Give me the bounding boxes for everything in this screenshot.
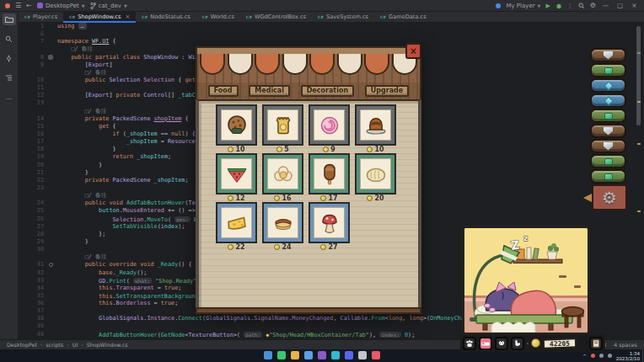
taskbar-app-icon[interactable] (277, 351, 286, 359)
shop-item-cheese[interactable] (217, 204, 255, 242)
breadcrumb-item[interactable]: DesktopPet (7, 342, 37, 348)
side-tab-button-square[interactable] (590, 109, 626, 123)
run-button[interactable]: ▶ (545, 3, 550, 9)
gutter-icon-slot (44, 277, 57, 285)
close-window-button[interactable]: × (630, 2, 639, 9)
line-number: 36 (19, 300, 44, 307)
tray-expand-icon[interactable]: ^ (582, 354, 587, 359)
breadcrumb-item[interactable]: scripts (46, 342, 63, 348)
price-value: 16 (282, 194, 291, 202)
minimize-button[interactable]: — (601, 2, 610, 9)
tray-network-icon[interactable] (599, 354, 604, 358)
project-folder-icon[interactable] (3, 13, 16, 25)
side-tab-button-shield[interactable] (590, 124, 626, 138)
hud-paw-button[interactable] (463, 337, 476, 350)
search-icon[interactable] (578, 3, 585, 9)
hud-bed-button[interactable] (479, 337, 492, 350)
side-tab-button-diamond[interactable] (590, 93, 626, 108)
side-tab-button-shield[interactable] (590, 48, 626, 62)
vcs-branch-selector[interactable]: cat_dev ▼ (90, 3, 127, 9)
shop-close-button[interactable]: × (405, 43, 421, 59)
side-tab-button-shield[interactable] (590, 139, 626, 153)
shop-item-cookie[interactable] (217, 106, 255, 144)
tab-World.cs[interactable]: C#World.cs (196, 12, 240, 22)
main-menu-icon[interactable]: ☰ (15, 2, 21, 9)
line-number: 23 (19, 184, 44, 192)
line-number: 27 (19, 223, 44, 231)
hud-cat-button[interactable] (495, 337, 508, 350)
shop-tab-upgrade[interactable]: Upgrade (365, 85, 409, 97)
taskbar-app-icon[interactable] (372, 351, 380, 359)
bed-icon (480, 338, 491, 349)
shop-item-watermelon[interactable] (217, 155, 255, 193)
side-tab-button-square[interactable] (590, 63, 626, 77)
item-price: 10 (217, 146, 255, 153)
side-tab-button-square[interactable] (590, 169, 626, 184)
shop-item-hotdog[interactable] (264, 204, 302, 242)
shop-item-popsicle[interactable] (310, 155, 348, 193)
shop-item-naruto[interactable] (310, 106, 348, 144)
breadcrumb-item[interactable]: UI (72, 342, 78, 348)
tray-volume-icon[interactable] (608, 354, 612, 358)
line-number: 38 (19, 315, 44, 322)
tray-status-icon[interactable] (591, 354, 595, 358)
tab-NodeStatus.cs[interactable]: C#NodeStatus.cs (136, 12, 196, 22)
taskbar-app-icon[interactable] (331, 351, 340, 359)
item-tile (314, 207, 345, 238)
tab-WGdControlBox.cs[interactable]: C#WGdControlBox.cs (240, 12, 312, 22)
taskbar-app-icon[interactable] (304, 351, 313, 359)
breadcrumb[interactable]: DesktopPet›scripts›UI›ShopWindow.cs (7, 342, 128, 348)
taskbar-app-icon[interactable] (318, 351, 326, 359)
back-icon[interactable]: ← (26, 2, 32, 9)
cream-puff-icon (271, 162, 296, 187)
side-tab-button-diamond[interactable] (590, 78, 626, 93)
more-actions-icon[interactable]: ⋮ (567, 3, 573, 9)
taskbar-app-icon[interactable] (345, 351, 353, 359)
shop-tab-decoration[interactable]: Decoration (301, 85, 354, 97)
debug-bug-icon[interactable] (555, 3, 562, 9)
cookie-icon (224, 113, 250, 138)
tab-Player.cs[interactable]: C#Player.cs (19, 12, 63, 22)
commit-icon[interactable] (3, 52, 16, 64)
more-icon[interactable]: … (3, 91, 16, 103)
shop-item-bread[interactable] (357, 155, 394, 193)
shop-tab-food[interactable]: Food (208, 85, 239, 97)
taskbar-app-icon[interactable] (264, 351, 272, 359)
taskbar-clock[interactable]: 1:34 2023/2/10 (616, 351, 640, 361)
code-text: this.Transparent = true; (57, 285, 181, 292)
price-value: 5 (284, 146, 289, 153)
hud-journal-button[interactable] (589, 337, 603, 350)
shop-item-snack-bag[interactable] (264, 106, 302, 144)
coin-icon (531, 338, 540, 348)
item-tile (221, 109, 252, 141)
hud-toilet-button[interactable] (511, 337, 524, 350)
tab-ShopWindow.cs[interactable]: C#ShopWindow.cs× (63, 12, 136, 22)
shop-tab-medical[interactable]: Medical (249, 85, 290, 97)
gear-machine[interactable]: ⚙ (585, 184, 627, 210)
structure-icon[interactable] (3, 72, 16, 83)
shop-item-mushroom[interactable] (310, 204, 348, 242)
taskbar-app-icon[interactable] (291, 351, 299, 359)
bookmark-gutter-icon[interactable] (48, 55, 53, 60)
taskbar-app-icon[interactable] (358, 351, 367, 359)
override-gutter-icon[interactable] (49, 263, 53, 267)
status-segment[interactable]: 4 spaces (614, 342, 637, 348)
run-config-selector[interactable]: My Player ▼ (506, 3, 540, 9)
assistant-icon[interactable] (496, 3, 501, 8)
project-selector[interactable]: DesktopPet ▼ (37, 3, 85, 9)
side-tab-buttons (590, 48, 626, 184)
tab-close-icon[interactable]: × (125, 13, 130, 20)
scrollbar-thumb[interactable] (636, 26, 641, 125)
breadcrumb-item[interactable]: ShopWindow.cs (87, 342, 128, 348)
side-tab-button-square[interactable] (590, 154, 626, 168)
maximize-button[interactable]: ▢ (615, 2, 625, 9)
item-price: 20 (357, 194, 394, 202)
shop-item-pudding[interactable] (357, 106, 394, 144)
tab-GameData.cs[interactable]: C#GameData.cs (374, 12, 432, 22)
shop-item-cream-puff[interactable] (264, 155, 302, 193)
search-icon[interactable] (3, 33, 16, 45)
code-text: namespace WF.UI { (57, 38, 116, 45)
editor-scrollbar[interactable] (636, 23, 642, 339)
tab-SaveSystem.cs[interactable]: C#SaveSystem.cs (312, 12, 374, 22)
settings-gear-icon[interactable]: ⚙ (590, 2, 596, 9)
